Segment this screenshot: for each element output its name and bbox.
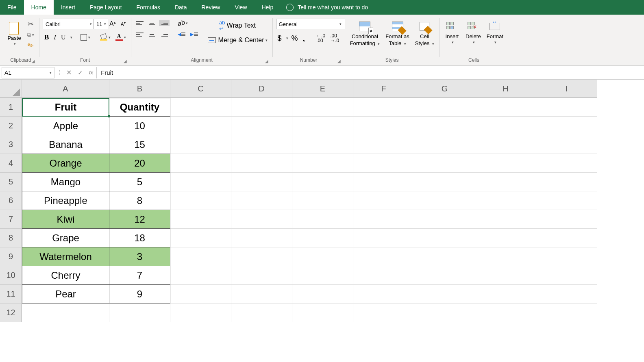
wrap-text-button[interactable]: ab↩Wrap Text <box>206 19 269 33</box>
cell-F9[interactable] <box>353 247 414 266</box>
column-header-B[interactable]: B <box>109 80 170 98</box>
cell-I7[interactable] <box>536 210 597 229</box>
cell-I8[interactable] <box>536 229 597 247</box>
cell-E12[interactable] <box>292 303 353 322</box>
italic-button[interactable]: I <box>52 33 58 42</box>
cell-H1[interactable] <box>475 98 536 117</box>
cell-C7[interactable] <box>170 210 231 229</box>
dialog-launcher-icon[interactable]: ◢ <box>337 59 342 64</box>
cell-C9[interactable] <box>170 247 231 266</box>
row-header-11[interactable]: 11 <box>0 285 22 303</box>
column-header-E[interactable]: E <box>292 80 353 98</box>
increase-decimal-button[interactable]: ←.0.00 <box>315 33 327 44</box>
cell-I12[interactable] <box>536 303 597 322</box>
align-right-button[interactable] <box>159 32 170 37</box>
cell-C1[interactable] <box>170 98 231 117</box>
cell-A6[interactable]: Pineapple <box>22 191 109 210</box>
orientation-button[interactable]: ab▾ <box>176 19 190 28</box>
cell-E8[interactable] <box>292 229 353 247</box>
cell-A11[interactable]: Pear <box>22 285 109 303</box>
cancel-formula-button[interactable]: ✕ <box>63 69 74 76</box>
cell-I5[interactable] <box>536 173 597 191</box>
align-center-button[interactable] <box>147 32 157 37</box>
tab-review[interactable]: Review <box>194 0 228 15</box>
tab-page-layout[interactable]: Page Layout <box>83 0 129 15</box>
column-header-A[interactable]: A <box>22 80 109 98</box>
border-button[interactable]: ▾ <box>79 33 92 41</box>
cell-B2[interactable]: 10 <box>109 117 170 135</box>
number-format-input[interactable] <box>276 19 345 29</box>
cell-G6[interactable] <box>414 191 475 210</box>
percent-button[interactable]: % <box>290 33 300 43</box>
cell-H4[interactable] <box>475 154 536 173</box>
row-header-4[interactable]: 4 <box>0 154 22 173</box>
cell-A8[interactable]: Grape <box>22 229 109 247</box>
cell-A4[interactable]: Orange <box>22 154 109 173</box>
cell-F3[interactable] <box>353 135 414 154</box>
row-header-5[interactable]: 5 <box>0 173 22 191</box>
currency-button[interactable]: $ <box>276 33 283 43</box>
cell-D4[interactable] <box>231 154 292 173</box>
cell-F4[interactable] <box>353 154 414 173</box>
delete-button[interactable]: Delete▾ <box>464 19 483 56</box>
cell-I11[interactable] <box>536 285 597 303</box>
dialog-launcher-icon[interactable]: ◢ <box>264 59 269 64</box>
cell-G3[interactable] <box>414 135 475 154</box>
tab-view[interactable]: View <box>227 0 254 15</box>
cell-F5[interactable] <box>353 173 414 191</box>
cell-D8[interactable] <box>231 229 292 247</box>
cell-A7[interactable]: Kiwi <box>22 210 109 229</box>
cell-E11[interactable] <box>292 285 353 303</box>
cell-B8[interactable]: 18 <box>109 229 170 247</box>
name-box[interactable]: A1 ▾ <box>2 67 54 78</box>
cell-F8[interactable] <box>353 229 414 247</box>
cell-E3[interactable] <box>292 135 353 154</box>
font-size-input[interactable] <box>94 19 108 29</box>
cell-I1[interactable] <box>536 98 597 117</box>
cell-G1[interactable] <box>414 98 475 117</box>
cell-A2[interactable]: Apple <box>22 117 109 135</box>
cell-G8[interactable] <box>414 229 475 247</box>
cell-E5[interactable] <box>292 173 353 191</box>
cell-B12[interactable] <box>109 303 170 322</box>
row-header-8[interactable]: 8 <box>0 229 22 247</box>
cell-F11[interactable] <box>353 285 414 303</box>
decrease-font-button[interactable]: A▾ <box>119 20 127 28</box>
cell-F7[interactable] <box>353 210 414 229</box>
cell-styles-button[interactable]: Cell Styles ▾ <box>413 19 436 56</box>
format-as-table-button[interactable]: Format as Table ▾ <box>384 19 411 56</box>
font-color-button[interactable]: A▾ <box>114 33 128 42</box>
font-name-input[interactable] <box>43 19 96 29</box>
conditional-formatting-button[interactable]: Conditional Formatting ▾ <box>348 19 382 56</box>
dialog-launcher-icon[interactable]: ◢ <box>123 59 128 64</box>
cell-A10[interactable]: Cherry <box>22 266 109 285</box>
column-header-I[interactable]: I <box>536 80 597 98</box>
cell-B6[interactable]: 8 <box>109 191 170 210</box>
cut-button[interactable]: ✂ <box>25 19 36 29</box>
cell-B5[interactable]: 5 <box>109 173 170 191</box>
cell-H9[interactable] <box>475 247 536 266</box>
cell-H2[interactable] <box>475 117 536 135</box>
cell-D6[interactable] <box>231 191 292 210</box>
cell-H12[interactable] <box>475 303 536 322</box>
decrease-decimal-button[interactable]: .00→.0 <box>329 33 341 44</box>
align-top-button[interactable] <box>135 20 145 26</box>
cell-D3[interactable] <box>231 135 292 154</box>
cell-D5[interactable] <box>231 173 292 191</box>
row-header-12[interactable]: 12 <box>0 303 22 322</box>
dialog-launcher-icon[interactable]: ◢ <box>31 59 36 64</box>
cell-D11[interactable] <box>231 285 292 303</box>
underline-button[interactable]: U <box>59 33 67 42</box>
cell-I6[interactable] <box>536 191 597 210</box>
cell-E10[interactable] <box>292 266 353 285</box>
align-bottom-button[interactable] <box>159 20 170 26</box>
copy-button[interactable]: ⧉▾ <box>25 30 36 39</box>
cell-D1[interactable] <box>231 98 292 117</box>
cell-E6[interactable] <box>292 191 353 210</box>
paste-button[interactable]: Paste ▾ <box>6 19 23 56</box>
cell-H10[interactable] <box>475 266 536 285</box>
tell-me[interactable]: Tell me what you want to do <box>286 4 368 11</box>
cell-C2[interactable] <box>170 117 231 135</box>
cell-C8[interactable] <box>170 229 231 247</box>
cell-B3[interactable]: 15 <box>109 135 170 154</box>
